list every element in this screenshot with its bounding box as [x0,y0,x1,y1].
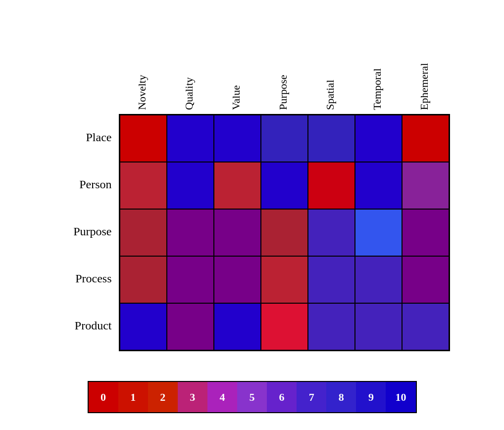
row-labels: PlacePersonPurposeProcessProduct [54,114,119,351]
grid-area: PlacePersonPurposeProcessProduct [54,114,450,351]
legend-segment-4: 4 [207,382,237,412]
legend-segment-6: 6 [267,382,297,412]
cell-process-quality [167,256,214,303]
cell-purpose-ephemeral [402,209,449,256]
col-header-label: Ephemeral [418,63,431,110]
legend-label-2: 2 [160,391,165,404]
legend-segment-3: 3 [178,382,207,412]
cell-process-novelty [120,256,167,303]
legend-segment-8: 8 [326,382,356,412]
legend-segment-1: 1 [118,382,148,412]
legend-label-0: 0 [101,391,106,404]
cell-person-temporal [355,162,402,209]
col-header-ephemeral: Ephemeral [401,15,448,114]
cell-person-purpose [261,162,308,209]
cell-person-ephemeral [402,162,449,209]
col-header-label: Value [230,85,243,110]
legend-segment-2: 2 [148,382,178,412]
legend-segment-10: 10 [386,382,415,412]
cell-product-quality [167,303,214,350]
legend-label-9: 9 [368,391,374,404]
cell-product-temporal [355,303,402,350]
cell-purpose-purpose [261,209,308,256]
heatmap-grid [119,114,450,351]
cell-place-value [214,115,261,162]
legend-label-5: 5 [250,391,255,404]
legend-segment-5: 5 [237,382,267,412]
cell-purpose-value [214,209,261,256]
top-row: NoveltyQualityValuePurposeSpatialTempora… [54,15,448,114]
cell-person-novelty [120,162,167,209]
col-header-label: Novelty [136,75,149,110]
grid-row-purpose [120,209,449,256]
cell-product-purpose [261,303,308,350]
row-label-process: Process [54,255,119,302]
legend-container: 012345678910 [88,381,417,413]
col-header-novelty: Novelty [119,15,166,114]
legend-label-3: 3 [190,391,195,404]
cell-purpose-temporal [355,209,402,256]
col-header-temporal: Temporal [354,15,401,114]
cell-product-value [214,303,261,350]
row-label-purpose: Purpose [54,208,119,255]
legend-label-4: 4 [219,391,225,404]
col-header-spatial: Spatial [307,15,354,114]
cell-place-temporal [355,115,402,162]
column-headers: NoveltyQualityValuePurposeSpatialTempora… [119,15,448,114]
cell-purpose-quality [167,209,214,256]
label-spacer [54,15,119,114]
legend-segment-9: 9 [356,382,386,412]
grid-row-process [120,256,449,303]
legend-label-1: 1 [130,391,136,404]
cell-process-purpose [261,256,308,303]
legend-label-8: 8 [339,391,344,404]
cell-person-spatial [308,162,355,209]
legend-label-6: 6 [279,391,285,404]
legend-segment-7: 7 [297,382,326,412]
grid-row-product [120,303,449,350]
col-header-value: Value [213,15,260,114]
cell-person-value [214,162,261,209]
legend-label-10: 10 [395,391,406,404]
cell-place-purpose [261,115,308,162]
cell-place-spatial [308,115,355,162]
row-label-place: Place [54,114,119,161]
cell-process-temporal [355,256,402,303]
cell-place-quality [167,115,214,162]
row-label-product: Product [54,302,119,349]
cell-process-value [214,256,261,303]
cell-person-quality [167,162,214,209]
col-header-purpose: Purpose [260,15,307,114]
cell-purpose-spatial [308,209,355,256]
cell-process-spatial [308,256,355,303]
row-label-person: Person [54,161,119,208]
col-header-label: Spatial [324,80,337,110]
cell-product-ephemeral [402,303,449,350]
col-header-label: Purpose [277,75,290,110]
legend-label-7: 7 [309,391,314,404]
cell-place-ephemeral [402,115,449,162]
col-header-label: Temporal [371,68,384,110]
cell-process-ephemeral [402,256,449,303]
col-header-quality: Quality [166,15,213,114]
cell-product-novelty [120,303,167,350]
cell-purpose-novelty [120,209,167,256]
legend-segment-0: 0 [89,382,118,412]
col-header-label: Quality [183,77,196,110]
grid-row-place [120,115,449,162]
main-container: NoveltyQualityValuePurposeSpatialTempora… [10,10,494,413]
legend-bar: 012345678910 [88,381,417,413]
cell-place-novelty [120,115,167,162]
chart-area: NoveltyQualityValuePurposeSpatialTempora… [54,15,450,351]
grid-row-person [120,162,449,209]
cell-product-spatial [308,303,355,350]
